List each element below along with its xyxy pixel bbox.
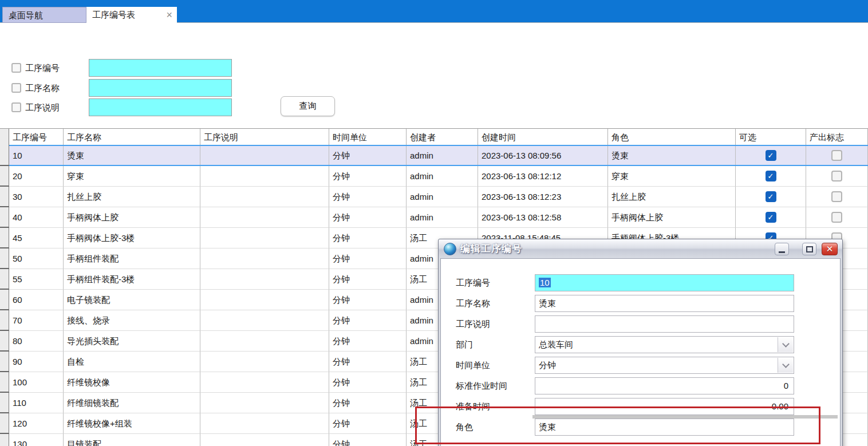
- column-header[interactable]: 时间单位: [329, 129, 407, 145]
- cell-name[interactable]: 手柄组件装配-3楼: [64, 269, 200, 290]
- cell-unit[interactable]: 分钟: [329, 228, 407, 248]
- row-selector[interactable]: [0, 310, 9, 331]
- filter-checkbox[interactable]: [11, 63, 21, 73]
- cell-role[interactable]: 烫束: [608, 145, 736, 166]
- row-selector[interactable]: [0, 393, 9, 413]
- cell-code[interactable]: 10: [9, 145, 64, 166]
- cell-unit[interactable]: 分钟: [329, 145, 407, 166]
- cell-desc[interactable]: [200, 248, 329, 269]
- row-selector[interactable]: [0, 248, 9, 269]
- cell-name[interactable]: 接线、烧录: [64, 310, 200, 331]
- column-header[interactable]: 工序编号: [9, 129, 64, 145]
- row-selector[interactable]: [0, 187, 9, 207]
- cell-name[interactable]: 目镜装配: [64, 434, 200, 446]
- cell-desc[interactable]: [200, 352, 329, 372]
- cell-code[interactable]: 120: [9, 413, 64, 434]
- minimize-button[interactable]: [775, 243, 789, 255]
- cell-desc[interactable]: [200, 434, 329, 446]
- cell-role[interactable]: 穿束: [608, 166, 736, 187]
- cell-creator[interactable]: admin: [407, 207, 478, 228]
- column-header[interactable]: 工序说明: [200, 129, 329, 145]
- cell-unit[interactable]: 分钟: [329, 372, 407, 393]
- cell-name[interactable]: 纤维细镜装配: [64, 393, 200, 413]
- cell-desc[interactable]: [200, 145, 329, 166]
- row-selector[interactable]: [0, 372, 9, 393]
- column-header[interactable]: 角色: [608, 129, 736, 145]
- field-input-5[interactable]: 分钟: [535, 357, 794, 374]
- tab-desktop-navigation[interactable]: 桌面导航: [2, 7, 86, 23]
- cell-desc[interactable]: [200, 187, 329, 207]
- cell-name[interactable]: 扎丝上胶: [64, 187, 200, 207]
- cell-unit[interactable]: 分钟: [329, 413, 407, 434]
- filter-checkbox[interactable]: [11, 102, 21, 112]
- cell-desc[interactable]: [200, 228, 329, 248]
- cell-unit[interactable]: 分钟: [329, 207, 407, 228]
- table-row[interactable]: 20穿束分钟admin2023-06-13 08:12:12穿束✓: [0, 166, 868, 187]
- cell-code[interactable]: 40: [9, 207, 64, 228]
- cell-creator[interactable]: admin: [407, 187, 478, 207]
- cell-unit[interactable]: 分钟: [329, 290, 407, 310]
- cell-code[interactable]: 45: [9, 228, 64, 248]
- cell-code[interactable]: 55: [9, 269, 64, 290]
- cell-desc[interactable]: [200, 207, 329, 228]
- cell-unit[interactable]: 分钟: [329, 331, 407, 352]
- maximize-button[interactable]: [802, 243, 816, 255]
- cell-code[interactable]: 50: [9, 248, 64, 269]
- cell-code[interactable]: 90: [9, 352, 64, 372]
- filter-checkbox[interactable]: [11, 83, 21, 93]
- dialog-title-bar[interactable]: 编辑工序编号 ✕: [439, 239, 842, 258]
- cell-name[interactable]: 穿束: [64, 166, 200, 187]
- row-selector[interactable]: [0, 290, 9, 310]
- close-button[interactable]: ✕: [822, 243, 838, 255]
- row-selector[interactable]: [0, 331, 9, 352]
- field-input-6[interactable]: 0: [535, 377, 794, 394]
- cell-code[interactable]: 130: [9, 434, 64, 446]
- row-selector[interactable]: [0, 228, 9, 248]
- filter-input[interactable]: [89, 59, 232, 77]
- cell-unit[interactable]: 分钟: [329, 166, 407, 187]
- cell-created[interactable]: 2023-06-13 08:12:58: [478, 207, 608, 228]
- cell-name[interactable]: 烫束: [64, 145, 200, 166]
- cell-unit[interactable]: 分钟: [329, 434, 407, 446]
- field-input-7[interactable]: 0.00: [535, 398, 794, 415]
- cell-name[interactable]: 手柄阀体上胶: [64, 207, 200, 228]
- cell-desc[interactable]: [200, 331, 329, 352]
- column-header[interactable]: 工序名称: [64, 129, 200, 145]
- cell-code[interactable]: 30: [9, 187, 64, 207]
- column-header[interactable]: 创建者: [407, 129, 478, 145]
- cell-desc[interactable]: [200, 290, 329, 310]
- cell-desc[interactable]: [200, 166, 329, 187]
- cell-unit[interactable]: 分钟: [329, 187, 407, 207]
- selectable-checkbox[interactable]: ✓: [766, 150, 776, 161]
- cell-name[interactable]: 手柄组件装配: [64, 248, 200, 269]
- row-selector[interactable]: [0, 207, 9, 228]
- column-header[interactable]: 可选: [736, 129, 806, 145]
- cell-unit[interactable]: 分钟: [329, 393, 407, 413]
- filter-input[interactable]: [89, 98, 232, 116]
- cell-created[interactable]: 2023-06-13 08:09:56: [478, 145, 608, 166]
- cell-unit[interactable]: 分钟: [329, 269, 407, 290]
- cell-role[interactable]: 扎丝上胶: [608, 187, 736, 207]
- field-input-4[interactable]: 总装车间: [535, 336, 794, 353]
- selectable-checkbox[interactable]: ✓: [766, 171, 776, 181]
- combo-dropdown-button[interactable]: [778, 337, 793, 352]
- cell-name[interactable]: 导光插头装配: [64, 331, 200, 352]
- cell-created[interactable]: 2023-06-13 08:12:12: [478, 166, 608, 187]
- cell-code[interactable]: 100: [9, 372, 64, 393]
- cell-code[interactable]: 60: [9, 290, 64, 310]
- cell-name[interactable]: 纤维镜校像+组装: [64, 413, 200, 434]
- row-selector[interactable]: [0, 413, 9, 434]
- table-row[interactable]: 40手柄阀体上胶分钟admin2023-06-13 08:12:58手柄阀体上胶…: [0, 207, 868, 228]
- column-header[interactable]: 产出标志: [806, 129, 868, 145]
- selectable-checkbox[interactable]: ✓: [766, 212, 776, 223]
- row-selector[interactable]: [0, 269, 9, 290]
- cell-desc[interactable]: [200, 393, 329, 413]
- row-selector[interactable]: [0, 434, 9, 446]
- field-input-2[interactable]: 烫束: [535, 295, 794, 312]
- row-selector[interactable]: [0, 166, 9, 187]
- cell-name[interactable]: 纤维镜校像: [64, 372, 200, 393]
- cell-code[interactable]: 20: [9, 166, 64, 187]
- table-row[interactable]: 10烫束分钟admin2023-06-13 08:09:56烫束✓: [0, 145, 868, 166]
- cell-unit[interactable]: 分钟: [329, 352, 407, 372]
- cell-code[interactable]: 110: [9, 393, 64, 413]
